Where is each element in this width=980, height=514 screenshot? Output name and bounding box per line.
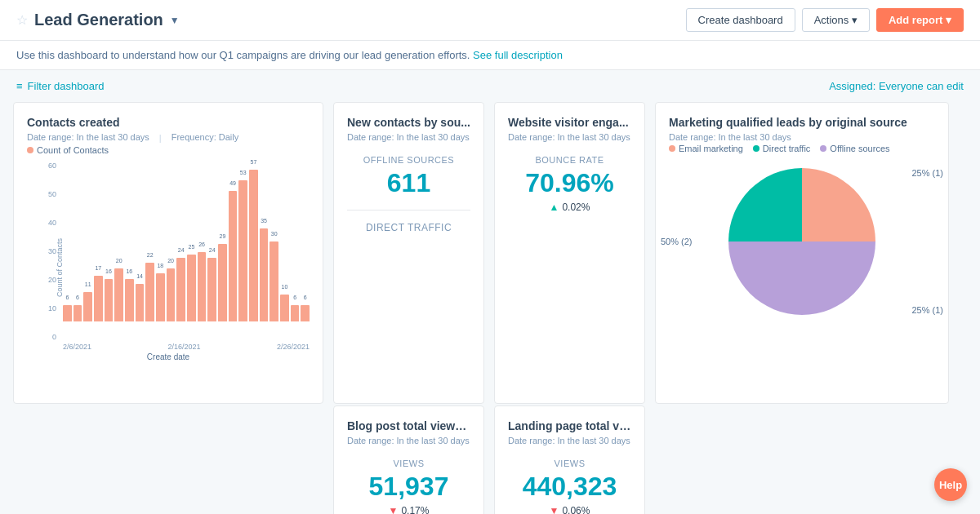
bar-wrapper-6: 16: [125, 162, 134, 321]
legend-label-offline: Offline sources: [830, 144, 889, 153]
bar-value-label-8: 22: [147, 252, 154, 258]
legend-dot-email: [669, 145, 675, 152]
star-icon[interactable]: ☆: [16, 12, 28, 28]
bar-wrapper-17: 53: [238, 162, 247, 321]
new-contacts-date: Date range: In the last 30 days: [347, 132, 470, 142]
bar-value-label-6: 16: [126, 268, 132, 274]
blog-post-views-title: Blog post total views...: [347, 419, 470, 432]
add-report-button[interactable]: Add report ▾: [876, 8, 964, 32]
bar-wrapper-8: 22: [145, 162, 154, 321]
bar-17: 53: [238, 180, 247, 321]
bounce-rate-change-value: 0.02%: [562, 202, 590, 213]
full-description-link[interactable]: See full description: [473, 49, 563, 61]
landing-views-value: 440,323: [508, 472, 631, 502]
bar-value-label-17: 53: [240, 170, 247, 175]
bar-value-label-1: 6: [76, 295, 79, 300]
bar-1: 6: [74, 305, 82, 321]
pie-segment-email: [802, 168, 875, 241]
blog-post-views-date: Date range: In the last 30 days: [347, 436, 470, 445]
legend-contacts: Count of Contacts: [27, 145, 109, 155]
contacts-created-card: Contacts created Date range: In the last…: [13, 102, 323, 404]
new-contacts-card: New contacts by sou... Date range: In th…: [333, 102, 484, 404]
bar-value-label-9: 18: [157, 263, 163, 268]
bounce-rate-label: BOUNCE RATE: [508, 155, 631, 165]
bar-wrapper-14: 24: [207, 162, 216, 321]
bounce-rate-change: ▲ 0.02%: [508, 202, 631, 213]
bar-20: 30: [270, 241, 278, 321]
website-visitor-title: Website visitor enga...: [508, 116, 631, 129]
bar-7: 14: [136, 284, 145, 321]
bar-wrapper-4: 16: [105, 162, 114, 321]
bar-8: 22: [145, 263, 154, 321]
blog-post-views-card: Blog post total views... Date range: In …: [333, 405, 484, 514]
bar-11: 24: [176, 258, 185, 321]
legend-dot-offline: [820, 145, 826, 152]
landing-page-views-date: Date range: In the last 30 days: [508, 436, 631, 445]
bar-wrapper-21: 10: [280, 162, 289, 321]
bar-value-label-3: 17: [95, 265, 101, 271]
bar-wrapper-12: 25: [187, 162, 196, 321]
bar-wrapper-1: 6: [74, 162, 82, 321]
bar-value-label-23: 6: [304, 295, 307, 300]
contacts-created-frequency: Frequency: Daily: [172, 132, 239, 142]
mql-source-card: Marketing qualified leads by original so…: [655, 102, 949, 404]
chart-x-title: Create date: [27, 352, 310, 361]
bar-chart-inner: 6611171620161422182024252624294953573530…: [27, 162, 310, 341]
filter-icon: ≡: [16, 80, 23, 92]
bar-value-label-14: 24: [209, 247, 216, 253]
bar-2: 11: [83, 292, 92, 321]
blog-views-change-value: 0.17%: [401, 505, 429, 514]
create-dashboard-button[interactable]: Create dashboard: [686, 8, 795, 32]
bar-wrapper-9: 18: [156, 162, 165, 321]
blog-views-arrow: ▼: [389, 505, 399, 514]
bar-19: 35: [260, 228, 269, 321]
bar-wrapper-7: 14: [136, 162, 145, 321]
website-visitor-card: Website visitor enga... Date range: In t…: [494, 102, 645, 404]
bar-16: 49: [229, 191, 238, 321]
actions-button[interactable]: Actions ▾: [802, 8, 870, 32]
header: ☆ Lead Generation ▼ Create dashboard Act…: [0, 0, 980, 41]
subheader-description: Use this dashboard to understand how our…: [16, 49, 470, 61]
bar-value-label-4: 16: [105, 268, 112, 274]
bar-value-label-12: 25: [188, 244, 194, 250]
bar-wrapper-5: 20: [114, 162, 123, 321]
bar-6: 16: [125, 279, 134, 321]
spacer-chart: [13, 405, 323, 514]
bar-wrapper-10: 20: [167, 162, 176, 321]
bounce-rate-value: 70.96%: [508, 168, 631, 198]
filter-dashboard-button[interactable]: ≡ Filter dashboard: [16, 80, 105, 92]
contacts-legend: Count of Contacts: [27, 145, 310, 155]
bar-wrapper-18: 57: [249, 162, 258, 321]
pie-chart-svg: [720, 160, 884, 323]
bar-wrapper-20: 30: [270, 162, 278, 321]
legend-email: Email marketing: [669, 144, 743, 153]
offline-sources-label: OFFLINE SOURCES: [347, 155, 470, 165]
bar-chart: 6050403020100 Count of Contacts 66111716…: [27, 162, 310, 390]
bar-value-label-10: 20: [167, 258, 174, 264]
bar-22: 6: [291, 305, 300, 321]
assigned-value[interactable]: Everyone can edit: [879, 80, 964, 92]
filter-label: Filter dashboard: [28, 80, 105, 92]
bar-wrapper-0: 6: [63, 162, 72, 321]
bar-14: 24: [207, 258, 216, 321]
title-dropdown-icon[interactable]: ▼: [170, 15, 180, 26]
bar-23: 6: [301, 305, 310, 321]
pie-label-top-right: 25% (1): [911, 168, 943, 178]
blog-views-label: VIEWS: [347, 459, 470, 468]
bar-value-label-15: 29: [220, 233, 226, 239]
assigned-label: Assigned:: [829, 80, 875, 92]
help-button[interactable]: Help: [934, 468, 967, 501]
bar-13: 26: [198, 252, 207, 321]
bar-value-label-2: 11: [85, 281, 91, 287]
legend-dot-direct: [753, 145, 760, 152]
bar-10: 20: [167, 268, 176, 321]
landing-page-views-card: Landing page total vi... Date range: In …: [494, 405, 645, 514]
bar-value-label-7: 14: [136, 273, 143, 279]
bar-wrapper-19: 35: [260, 162, 269, 321]
bar-value-label-19: 35: [261, 218, 267, 224]
filter-bar: ≡ Filter dashboard Assigned: Everyone ca…: [0, 70, 980, 102]
pie-container: 25% (1) 50% (2) 25% (1): [669, 160, 935, 323]
bar-wrapper-22: 6: [291, 162, 300, 321]
metric-divider: [347, 210, 470, 210]
header-actions: Create dashboard Actions ▾ Add report ▾: [686, 8, 964, 32]
